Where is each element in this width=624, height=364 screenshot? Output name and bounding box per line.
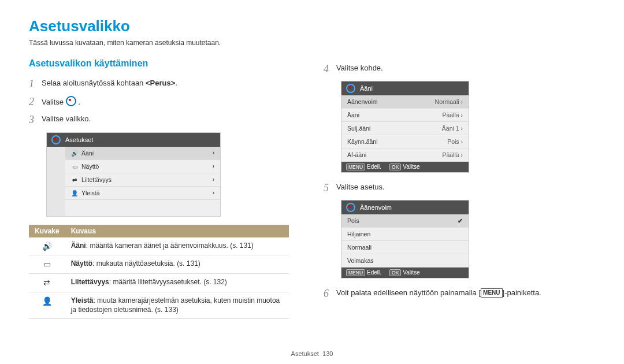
row-icon: ⇄ xyxy=(29,274,65,292)
cam-option-row: Hiljainen xyxy=(341,228,469,241)
cam-menu-item: 👤Yleistä› xyxy=(65,187,220,200)
kv-value: Pois › xyxy=(447,138,463,145)
step-6: 6 Voit palata edelliseen näyttöön painam… xyxy=(324,287,595,301)
cam-foot-back: Edell. xyxy=(367,164,381,170)
option-label: Pois xyxy=(347,217,359,224)
kv-value: Päällä › xyxy=(442,112,463,118)
camera-screenshot-sound: Ääni ÄänenvoimNormaali ›ÄäniPäällä ›Sulj… xyxy=(341,81,469,173)
right-column: 4 Valitse kohde. Ääni ÄänenvoimNormaali … xyxy=(324,58,595,319)
cam-foot-ok: Valitse xyxy=(403,269,419,276)
row-desc: Ääni: määritä kameran äänet ja äänenvoim… xyxy=(65,237,289,255)
option-label: Hiljainen xyxy=(347,231,370,237)
cam-kv-row: Sulj.ääniÄäni 1 › xyxy=(341,122,469,135)
kv-key: Äänenvoim xyxy=(347,98,378,105)
camera-screenshot-volume: Äänenvoim Pois✔HiljainenNormaaliVoimakas… xyxy=(341,200,469,278)
step-1-text-c: . xyxy=(175,79,177,87)
menu-item-label: Ääni xyxy=(81,150,94,157)
cam-foot-back: Edell. xyxy=(367,269,381,276)
step-5: 5 Valitse asetus. xyxy=(324,181,595,195)
menu-tag: MENU xyxy=(346,164,365,170)
step-2-text-b: . xyxy=(76,98,80,106)
option-label: Normaali xyxy=(347,244,372,251)
option-label: Voimakas xyxy=(347,257,374,264)
cam-menu-item: ⇄Liitettävyys› xyxy=(65,173,220,187)
th-desc: Kuvaus xyxy=(65,225,289,237)
cam-kv-row: ÄäniPäällä › xyxy=(341,109,469,122)
step-2: 2 Valitse . xyxy=(29,95,300,109)
cam-menu-item: 🔊Ääni› xyxy=(65,147,220,160)
menu-item-label: Näyttö xyxy=(81,163,99,170)
ok-tag: OK xyxy=(389,269,401,276)
chevron-right-icon: › xyxy=(461,151,463,158)
step-3: 3 Valitse valikko. xyxy=(29,113,300,127)
kv-value: Päällä › xyxy=(442,151,463,158)
chevron-right-icon: › xyxy=(461,138,463,145)
cam-header: Asetukset xyxy=(47,133,220,147)
cam-footer: MENUEdell. OKValitse xyxy=(341,162,469,172)
left-column: Asetusvalikon käyttäminen 1 Selaa aloitu… xyxy=(29,58,300,319)
cam-menu-item: ▭Näyttö› xyxy=(65,160,220,173)
step-1-bold: <Perus> xyxy=(146,79,175,87)
step-number: 2 xyxy=(29,95,42,109)
manual-page: Asetusvalikko Tässä luvussa kuvataan, mi… xyxy=(0,0,624,364)
section-subhead: Asetusvalikon käyttäminen xyxy=(29,58,300,69)
chevron-right-icon: › xyxy=(461,112,463,118)
cam-option-list: Pois✔HiljainenNormaaliVoimakas xyxy=(341,214,469,268)
menu-item-label: Liitettävyys xyxy=(81,176,112,183)
kv-key: Käynn.ääni xyxy=(347,138,378,145)
cam-header-label: Äänenvoim xyxy=(360,204,392,211)
menu-tag: MENU xyxy=(346,269,365,276)
menu-item-label: Yleistä xyxy=(81,190,100,196)
chevron-right-icon: › xyxy=(213,150,214,156)
row-desc: Yleistä: muuta kamerajärjestelmän asetuk… xyxy=(65,292,289,318)
cam-option-row: Pois✔ xyxy=(341,214,469,228)
cam-menu-list: 🔊Ääni›▭Näyttö›⇄Liitettävyys›👤Yleistä› xyxy=(65,147,220,216)
cam-option-row: Voimakas xyxy=(341,254,469,268)
step-6-text-a: Voit palata edelliseen näyttöön painamal… xyxy=(336,288,481,297)
step-4: 4 Valitse kohde. xyxy=(324,62,595,76)
table-row: ▭Näyttö: mukauta näyttöasetuksia. (s. 13… xyxy=(29,255,289,274)
row-icon: ▭ xyxy=(29,255,65,274)
page-intro: Tässä luvussa kuvataan, miten kameran as… xyxy=(29,39,595,47)
table-row: 👤Yleistä: muuta kamerajärjestelmän asetu… xyxy=(29,292,289,318)
cam-kv-row: Af-ääniPäällä › xyxy=(341,148,469,162)
menu-item-icon: ⇄ xyxy=(71,177,78,183)
chevron-right-icon: › xyxy=(461,125,463,132)
footer-section: Asetukset xyxy=(291,350,319,357)
step-1-text-a: Selaa aloitusnäytössä kohtaan xyxy=(42,79,146,87)
chevron-right-icon: › xyxy=(213,190,214,196)
kv-value: Normaali › xyxy=(435,98,463,105)
cam-kv-row: Käynn.ääniPois › xyxy=(341,135,469,148)
step-3-text: Valitse valikko. xyxy=(42,113,91,124)
menu-item-icon: 👤 xyxy=(71,190,78,196)
gear-icon xyxy=(51,135,61,144)
menu-item-icon: 🔊 xyxy=(71,150,78,157)
cam-header: Ääni xyxy=(341,81,469,95)
page-footer: Asetukset 130 xyxy=(0,350,624,357)
table-row: 🔊Ääni: määritä kameran äänet ja äänenvoi… xyxy=(29,237,289,255)
th-icon: Kuvake xyxy=(29,225,65,237)
cam-header-label: Asetukset xyxy=(65,136,93,143)
row-icon: 👤 xyxy=(29,292,65,318)
camera-screenshot-settings: Asetukset 🔊Ääni›▭Näyttö›⇄Liitettävyys›👤Y… xyxy=(46,132,221,217)
kv-key: Sulj.ääni xyxy=(347,125,370,132)
step-6-text-b: ]-painiketta. xyxy=(503,288,541,297)
footer-page-number: 130 xyxy=(322,350,333,357)
page-title: Asetusvalikko xyxy=(29,17,595,35)
gear-icon xyxy=(66,96,76,106)
step-1: 1 Selaa aloitusnäytössä kohtaan <Perus>. xyxy=(29,77,300,91)
ok-tag: OK xyxy=(389,164,401,170)
kv-key: Ääni xyxy=(347,112,359,118)
step-number: 6 xyxy=(324,287,336,301)
menu-button-icon: MENU xyxy=(481,288,502,298)
step-number: 4 xyxy=(324,62,336,76)
step-number: 5 xyxy=(324,181,336,195)
step-number: 1 xyxy=(29,77,42,91)
step-5-text: Valitse asetus. xyxy=(336,181,385,192)
table-row: ⇄Liitettävyys: määritä liitettävyysasetu… xyxy=(29,274,289,292)
step-2-text-a: Valitse xyxy=(42,98,66,106)
cam-kv-list: ÄänenvoimNormaali ›ÄäniPäällä ›Sulj.ääni… xyxy=(341,95,469,162)
gear-icon xyxy=(346,203,355,212)
kv-key: Af-ääni xyxy=(347,151,366,158)
check-icon: ✔ xyxy=(458,217,463,224)
